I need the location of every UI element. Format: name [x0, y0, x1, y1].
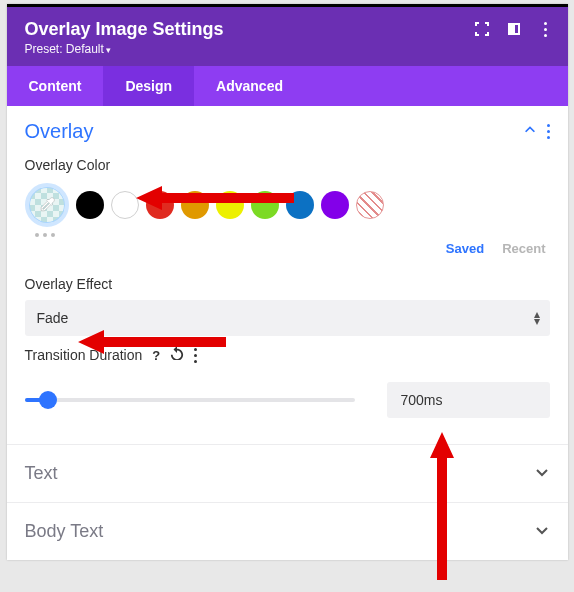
text-accordion[interactable]: Text	[7, 445, 568, 502]
overlay-section-title: Overlay	[25, 120, 94, 143]
color-swatch-row	[25, 183, 550, 227]
swatch-more-icon[interactable]	[35, 233, 550, 237]
overlay-color-label: Overlay Color	[25, 157, 550, 173]
overlay-effect-select[interactable]: Fade ▴▾	[25, 300, 550, 336]
slider-thumb[interactable]	[39, 391, 57, 409]
swatch-white[interactable]	[111, 191, 139, 219]
chevron-down-icon	[534, 464, 550, 484]
swatch-red[interactable]	[146, 191, 174, 219]
duration-more-icon[interactable]	[194, 348, 197, 363]
recent-tab[interactable]: Recent	[502, 241, 545, 256]
caret-down-icon: ▾	[106, 45, 111, 55]
swatch-black[interactable]	[76, 191, 104, 219]
color-picker-button[interactable]	[25, 183, 69, 227]
help-icon[interactable]: ?	[152, 348, 160, 363]
swatch-purple[interactable]	[321, 191, 349, 219]
focus-mode-icon[interactable]	[474, 21, 490, 37]
duration-slider[interactable]	[25, 398, 355, 402]
saved-tab[interactable]: Saved	[446, 241, 484, 256]
settings-title: Overlay Image Settings	[25, 19, 550, 40]
tabs: Content Design Advanced	[7, 66, 568, 106]
tab-advanced[interactable]: Advanced	[194, 66, 305, 106]
header-more-icon[interactable]	[538, 22, 554, 37]
swatch-transparent[interactable]	[356, 191, 384, 219]
section-more-icon[interactable]	[547, 124, 550, 139]
eyedropper-icon	[37, 195, 57, 215]
chevron-down-icon	[534, 522, 550, 542]
swatch-green[interactable]	[251, 191, 279, 219]
preset-label: Preset: Default	[25, 42, 104, 56]
body-text-accordion-title: Body Text	[25, 521, 104, 542]
swatch-yellow[interactable]	[216, 191, 244, 219]
overlay-effect-label: Overlay Effect	[25, 276, 550, 292]
reset-icon[interactable]	[170, 346, 184, 364]
tab-design[interactable]: Design	[103, 66, 194, 106]
panel-layout-icon[interactable]	[506, 21, 522, 37]
body-text-accordion[interactable]: Body Text	[7, 503, 568, 560]
select-updown-icon: ▴▾	[534, 311, 540, 325]
overlay-section-header[interactable]: Overlay	[25, 120, 550, 143]
duration-value-input[interactable]: 700ms	[387, 382, 550, 418]
preset-dropdown[interactable]: Preset: Default▾	[25, 42, 550, 56]
swatch-blue[interactable]	[286, 191, 314, 219]
transition-duration-label: Transition Duration	[25, 347, 143, 363]
overlay-effect-value: Fade	[37, 310, 69, 326]
chevron-up-icon[interactable]	[523, 123, 537, 141]
swatch-orange[interactable]	[181, 191, 209, 219]
text-accordion-title: Text	[25, 463, 58, 484]
tab-content[interactable]: Content	[7, 66, 104, 106]
settings-header: Overlay Image Settings Preset: Default▾	[7, 7, 568, 66]
